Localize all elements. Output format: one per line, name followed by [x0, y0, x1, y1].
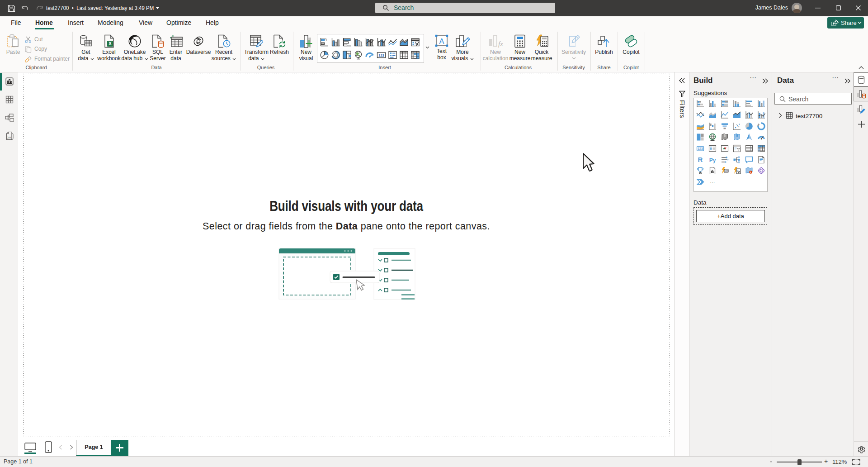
svg-text:fx: fx [498, 40, 503, 48]
svg-text:123: 123 [698, 147, 703, 150]
svg-text:123: 123 [724, 170, 728, 172]
svg-text:X: X [108, 41, 112, 46]
svg-text:A: A [439, 37, 444, 45]
svg-text:DAX: DAX [6, 136, 12, 139]
svg-text:⋯: ⋯ [710, 179, 715, 185]
svg-text:123: 123 [378, 53, 384, 57]
svg-text:Py: Py [709, 157, 716, 163]
svg-text:R: R [698, 156, 703, 163]
